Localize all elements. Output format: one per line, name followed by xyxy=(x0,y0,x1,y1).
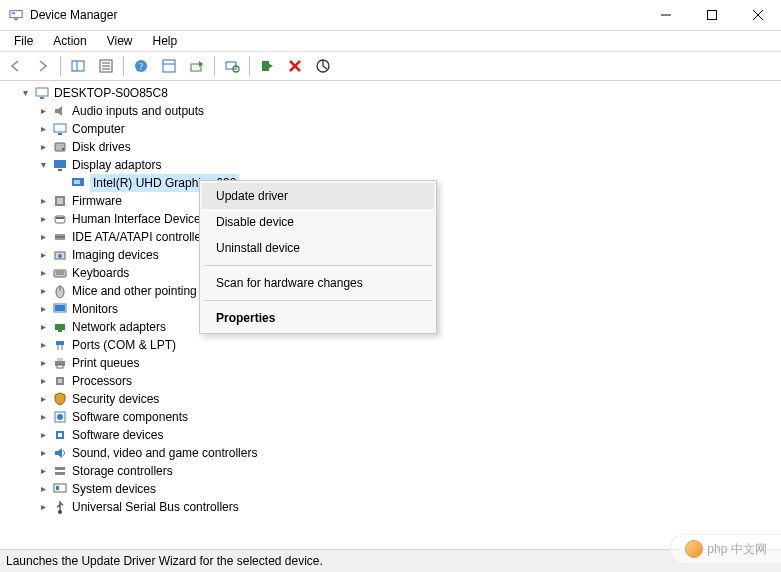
menu-file[interactable]: File xyxy=(6,32,41,50)
expand-icon[interactable]: ▸ xyxy=(36,228,50,246)
menu-uninstall-device[interactable]: Uninstall device xyxy=(202,235,434,261)
svg-rect-51 xyxy=(56,341,64,345)
hid-icon xyxy=(52,211,68,227)
expand-icon[interactable]: ▸ xyxy=(36,480,50,498)
enable-device-button[interactable] xyxy=(254,54,280,78)
expand-icon[interactable]: ▸ xyxy=(36,444,50,462)
network-icon xyxy=(52,319,68,335)
toolbar: ? xyxy=(0,52,781,81)
close-button[interactable] xyxy=(735,0,781,30)
svg-rect-33 xyxy=(74,180,80,184)
update-driver-button[interactable] xyxy=(184,54,210,78)
scan-hardware-button[interactable] xyxy=(219,54,245,78)
expand-icon[interactable]: ▸ xyxy=(36,192,50,210)
tree-root[interactable]: ▾ DESKTOP-S0O85C8 xyxy=(4,84,781,102)
svg-point-29 xyxy=(62,148,64,150)
audio-icon xyxy=(52,103,68,119)
expand-icon[interactable]: ▸ xyxy=(36,282,50,300)
window-controls xyxy=(643,0,781,30)
expand-icon[interactable]: ▸ xyxy=(36,210,50,228)
display-icon xyxy=(52,157,68,173)
tree-category[interactable]: ▸Computer xyxy=(4,120,781,138)
tree-category[interactable]: ▸Print queues xyxy=(4,354,781,372)
menu-help[interactable]: Help xyxy=(145,32,186,50)
svg-rect-15 xyxy=(163,60,175,72)
properties-button[interactable] xyxy=(93,54,119,78)
show-hide-console-button[interactable] xyxy=(65,54,91,78)
tree-label: Security devices xyxy=(72,390,159,408)
expand-icon[interactable]: ▸ xyxy=(36,246,50,264)
svg-rect-2 xyxy=(14,19,18,21)
tree-label: Universal Serial Bus controllers xyxy=(72,498,239,516)
expand-icon[interactable]: ▸ xyxy=(36,426,50,444)
firmware-icon xyxy=(52,193,68,209)
expand-icon[interactable]: ▸ xyxy=(36,264,50,282)
expand-icon[interactable]: ▸ xyxy=(36,318,50,336)
menu-action[interactable]: Action xyxy=(45,32,94,50)
watermark: php 中文网 xyxy=(670,534,781,564)
security-icon xyxy=(52,391,68,407)
tree-label: Keyboards xyxy=(72,264,129,282)
tree-label: Display adaptors xyxy=(72,156,161,174)
collapse-icon[interactable]: ▾ xyxy=(36,156,50,174)
computer-icon xyxy=(52,121,68,137)
menu-separator xyxy=(204,265,432,266)
tree-category[interactable]: ▸Universal Serial Bus controllers xyxy=(4,498,781,516)
forward-button[interactable] xyxy=(30,54,56,78)
expand-icon[interactable]: ▸ xyxy=(36,336,50,354)
tree-category[interactable]: ▸Security devices xyxy=(4,390,781,408)
tree-category[interactable]: ▸Storage controllers xyxy=(4,462,781,480)
expand-icon[interactable]: ▸ xyxy=(36,372,50,390)
usb-icon xyxy=(52,499,68,515)
uninstall-device-button[interactable] xyxy=(282,54,308,78)
tree-label: Processors xyxy=(72,372,132,390)
svg-point-41 xyxy=(58,254,62,258)
tree-label: Monitors xyxy=(72,300,118,318)
tree-category[interactable]: ▸Software components xyxy=(4,408,781,426)
expand-icon[interactable]: ▸ xyxy=(36,120,50,138)
menu-update-driver[interactable]: Update driver xyxy=(202,183,434,209)
help-button[interactable]: ? xyxy=(128,54,154,78)
tree-category[interactable]: ▸Software devices xyxy=(4,426,781,444)
expand-icon[interactable]: ▸ xyxy=(36,354,50,372)
tree-category[interactable]: ▸System devices xyxy=(4,480,781,498)
tree-category[interactable]: ▸Sound, video and game controllers xyxy=(4,444,781,462)
expand-icon[interactable]: ▸ xyxy=(36,138,50,156)
menu-properties[interactable]: Properties xyxy=(202,305,434,331)
expand-icon[interactable]: ▸ xyxy=(36,498,50,516)
svg-point-60 xyxy=(57,414,63,420)
menu-scan-hardware[interactable]: Scan for hardware changes xyxy=(202,270,434,296)
tree-label: Disk drives xyxy=(72,138,131,156)
monitor-icon xyxy=(52,301,68,317)
toolbar-separator xyxy=(214,56,215,76)
disable-device-button[interactable] xyxy=(310,54,336,78)
minimize-button[interactable] xyxy=(643,0,689,30)
statusbar: Launches the Update Driver Wizard for th… xyxy=(0,549,781,572)
expand-icon[interactable]: ▸ xyxy=(36,408,50,426)
tree-category[interactable]: ▸Disk drives xyxy=(4,138,781,156)
action-button[interactable] xyxy=(156,54,182,78)
svg-rect-25 xyxy=(40,97,44,99)
expand-icon[interactable]: ▸ xyxy=(36,390,50,408)
maximize-button[interactable] xyxy=(689,0,735,30)
expand-icon[interactable]: ▸ xyxy=(36,462,50,480)
collapse-icon[interactable]: ▾ xyxy=(18,84,32,102)
toolbar-separator xyxy=(123,56,124,76)
menu-disable-device[interactable]: Disable device xyxy=(202,209,434,235)
back-button[interactable] xyxy=(2,54,28,78)
tree-category[interactable]: ▸Audio inputs and outputs xyxy=(4,102,781,120)
svg-rect-55 xyxy=(57,358,63,361)
disk-icon xyxy=(52,139,68,155)
menu-view[interactable]: View xyxy=(99,32,141,50)
menu-separator xyxy=(204,300,432,301)
expand-icon[interactable]: ▸ xyxy=(36,300,50,318)
tree-category[interactable]: ▸Ports (COM & LPT) xyxy=(4,336,781,354)
svg-rect-24 xyxy=(36,88,48,96)
expand-icon[interactable]: ▸ xyxy=(36,102,50,120)
mouse-icon xyxy=(52,283,68,299)
tree-category-display-adaptors[interactable]: ▾Display adaptors xyxy=(4,156,781,174)
tree-category[interactable]: ▸Processors xyxy=(4,372,781,390)
port-icon xyxy=(52,337,68,353)
svg-rect-64 xyxy=(55,472,65,475)
tree-label: Human Interface Devices xyxy=(72,210,207,228)
